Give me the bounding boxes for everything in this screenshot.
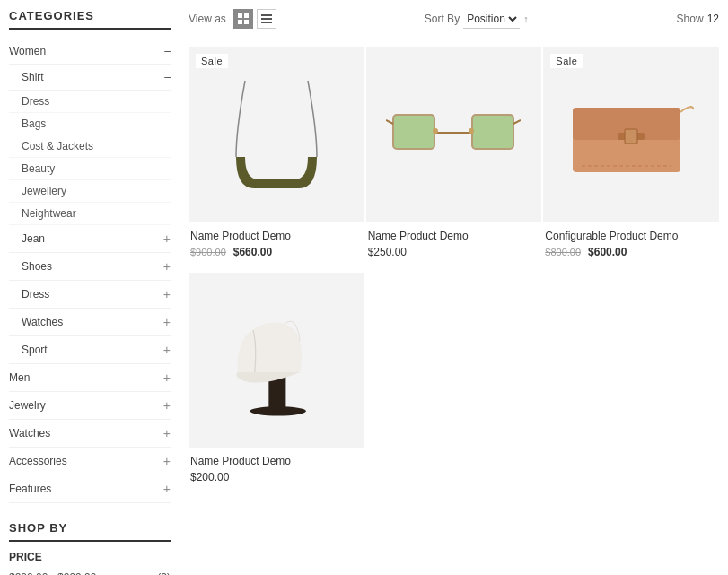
- product-card-2[interactable]: Name Product Demo $250.00: [366, 47, 542, 271]
- price-title: PRICE: [9, 551, 171, 563]
- svg-rect-8: [393, 115, 434, 149]
- product-name-4: Name Product Demo: [190, 455, 361, 467]
- sidebar-item-beauty[interactable]: Beauty: [9, 158, 171, 180]
- sidebar-item-men[interactable]: Men +: [9, 364, 171, 392]
- sidebar-item-dress-toggle: +: [163, 287, 171, 301]
- svg-line-11: [513, 120, 521, 124]
- product-image-necklace: Sale: [189, 47, 364, 222]
- sort-select[interactable]: Position Name Price: [463, 10, 520, 29]
- sidebar-item-bags[interactable]: Bags: [9, 113, 171, 135]
- sidebar-item-dress-sub[interactable]: Dress: [9, 91, 171, 113]
- product-info-4: Name Product Demo $200.00: [189, 448, 364, 496]
- sidebar-item-shoes-label: Shoes: [22, 260, 52, 273]
- sidebar-item-jean-label: Jean: [22, 232, 45, 245]
- svg-rect-6: [261, 22, 272, 23]
- svg-rect-4: [261, 14, 272, 16]
- sidebar-item-watches-women-toggle: +: [163, 315, 171, 329]
- sidebar-item-neightwear[interactable]: Neightwear: [9, 203, 171, 225]
- shoes-svg: [214, 302, 339, 419]
- sidebar-item-shoes-toggle: +: [163, 259, 171, 274]
- svg-point-12: [433, 128, 438, 134]
- svg-point-13: [469, 128, 474, 134]
- grid-icon: [237, 13, 250, 25]
- sidebar-item-features[interactable]: Features +: [9, 475, 171, 503]
- toolbar: View as Sort By Position Name: [189, 9, 719, 34]
- svg-rect-2: [238, 20, 242, 24]
- svg-rect-5: [261, 18, 272, 20]
- product-pricing-3: $800.00 $600.00: [545, 246, 715, 258]
- product-card-1[interactable]: Sale Name Product Demo: [189, 47, 364, 271]
- sidebar-item-watches[interactable]: Watches +: [9, 420, 171, 448]
- svg-line-10: [386, 120, 393, 124]
- sidebar-item-watches-women-label: Watches: [22, 316, 63, 328]
- show-number: 12: [707, 13, 719, 25]
- sort-by-control: Sort By Position Name Price ↑: [425, 10, 529, 29]
- sidebar-item-shirt-label: Shirt: [22, 71, 44, 83]
- price-filter-item[interactable]: $200.00 - $299.99 (2): [9, 569, 171, 575]
- product-regular-price-4: $200.00: [190, 471, 229, 484]
- sidebar-item-shirt-toggle: –: [164, 71, 171, 83]
- sidebar-item-jewelry-toggle: +: [163, 398, 171, 413]
- show-count-control: Show 12: [677, 13, 719, 25]
- sidebar-item-features-label: Features: [9, 483, 51, 495]
- svg-rect-3: [244, 20, 249, 24]
- sidebar-item-jewelry[interactable]: Jewelry +: [9, 392, 171, 420]
- product-original-price-3: $800.00: [545, 247, 581, 257]
- glasses-svg: [386, 99, 521, 170]
- sort-direction-icon[interactable]: ↑: [523, 13, 529, 24]
- sidebar-item-women-label: Women: [9, 45, 46, 57]
- sidebar-item-sport[interactable]: Sport +: [9, 336, 171, 364]
- sidebar-item-watches-toggle: +: [163, 426, 171, 440]
- main-content: View as Sort By Position Name: [180, 9, 728, 575]
- sidebar-item-watches-women[interactable]: Watches +: [9, 309, 171, 336]
- svg-rect-9: [472, 115, 513, 149]
- product-regular-price-2: $250.00: [368, 246, 407, 258]
- sidebar-item-men-label: Men: [9, 371, 30, 384]
- sidebar-item-jean[interactable]: Jean +: [9, 225, 171, 253]
- sidebar-item-shoes[interactable]: Shoes +: [9, 253, 171, 281]
- sidebar-item-men-toggle: +: [163, 370, 171, 385]
- product-original-price-1: $900.00: [190, 247, 226, 257]
- svg-rect-1: [244, 13, 249, 18]
- sidebar-item-sport-label: Sport: [22, 344, 48, 356]
- sidebar-item-dress-label: Dress: [22, 288, 49, 301]
- sidebar-item-women-toggle: –: [164, 45, 171, 57]
- sidebar-item-women[interactable]: Women –: [9, 39, 171, 65]
- product-info-3: Configurable Product Demo $800.00 $600.0…: [543, 222, 719, 271]
- sidebar-item-sport-toggle: +: [163, 343, 171, 357]
- product-name-3: Configurable Product Demo: [545, 230, 715, 242]
- svg-rect-17: [625, 129, 637, 144]
- product-info-1: Name Product Demo $900.00 $660.00: [189, 222, 364, 271]
- list-view-button[interactable]: [257, 9, 276, 29]
- product-pricing-1: $900.00 $660.00: [190, 246, 361, 258]
- product-image-glasses: [366, 47, 542, 222]
- price-range: $200.00 - $299.99: [9, 571, 96, 575]
- product-card-3[interactable]: Sale Co: [543, 47, 719, 271]
- sidebar-item-dress[interactable]: Dress +: [9, 281, 171, 309]
- product-pricing-2: $250.00: [368, 246, 539, 258]
- sidebar-item-shirt[interactable]: Shirt –: [9, 65, 171, 91]
- sidebar-item-watches-label: Watches: [9, 427, 50, 440]
- svg-point-20: [250, 406, 305, 415]
- product-image-shoes: [189, 273, 364, 449]
- product-info-2: Name Product Demo $250.00: [366, 222, 542, 271]
- categories-title: CATEGORIES: [9, 9, 171, 30]
- sidebar: CATEGORIES Women – Shirt – Dress Bags Co…: [0, 9, 180, 575]
- sale-badge-1: Sale: [196, 54, 228, 68]
- product-card-4[interactable]: Name Product Demo $200.00: [189, 273, 364, 497]
- sidebar-item-coats[interactable]: Cost & Jackets: [9, 135, 171, 158]
- product-image-bag: Sale: [543, 47, 719, 222]
- sidebar-item-accessories-label: Accessories: [9, 455, 67, 467]
- product-name-2: Name Product Demo: [368, 230, 539, 242]
- necklace-svg: [227, 76, 326, 193]
- shop-by-title: SHOP BY: [9, 521, 171, 542]
- sidebar-item-jewellery[interactable]: Jewellery: [9, 180, 171, 203]
- svg-rect-0: [238, 13, 242, 18]
- price-count: (2): [157, 571, 171, 575]
- sale-badge-3: Sale: [550, 54, 583, 68]
- sidebar-item-accessories[interactable]: Accessories +: [9, 448, 171, 475]
- sidebar-item-accessories-toggle: +: [163, 454, 171, 468]
- product-pricing-4: $200.00: [190, 471, 361, 484]
- grid-view-button[interactable]: [233, 9, 253, 29]
- show-label: Show: [677, 13, 704, 25]
